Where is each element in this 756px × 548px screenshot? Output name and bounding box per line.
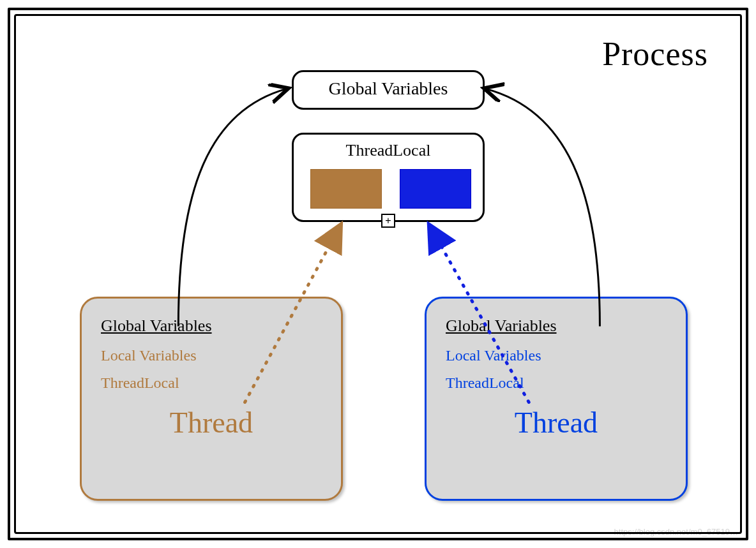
thread-blue-title: Thread bbox=[446, 406, 667, 440]
threadlocal-slot-brown bbox=[310, 169, 382, 209]
threadlocal-label: ThreadLocal bbox=[346, 141, 431, 159]
thread-brown-local-vars: Local Variables bbox=[101, 347, 322, 364]
threadlocal-slot-blue bbox=[400, 169, 471, 209]
thread-blue-threadlocal: ThreadLocal bbox=[446, 374, 667, 392]
threadlocal-box: ThreadLocal + bbox=[292, 133, 485, 222]
thread-box-blue: Global Variables Local Variables ThreadL… bbox=[425, 297, 688, 501]
watermark: https://blog.csdn.net/m0_67519… bbox=[614, 527, 738, 537]
thread-brown-threadlocal: ThreadLocal bbox=[101, 374, 322, 392]
thread-box-brown: Global Variables Local Variables ThreadL… bbox=[80, 297, 343, 501]
thread-blue-global-vars: Global Variables bbox=[446, 316, 667, 336]
arrow-blue-to-global bbox=[486, 89, 600, 326]
thread-brown-title: Thread bbox=[101, 406, 322, 440]
global-variables-box: Global Variables bbox=[292, 70, 485, 110]
thread-brown-global-vars: Global Variables bbox=[101, 316, 322, 336]
thread-blue-local-vars: Local Variables bbox=[446, 347, 667, 364]
process-title: Process bbox=[602, 35, 708, 73]
arrow-brown-to-global bbox=[178, 89, 287, 326]
inner-frame: Process Global Variables ThreadLocal + G… bbox=[14, 14, 742, 534]
global-variables-label: Global Variables bbox=[329, 78, 448, 98]
expand-handle-icon[interactable]: + bbox=[381, 214, 395, 228]
